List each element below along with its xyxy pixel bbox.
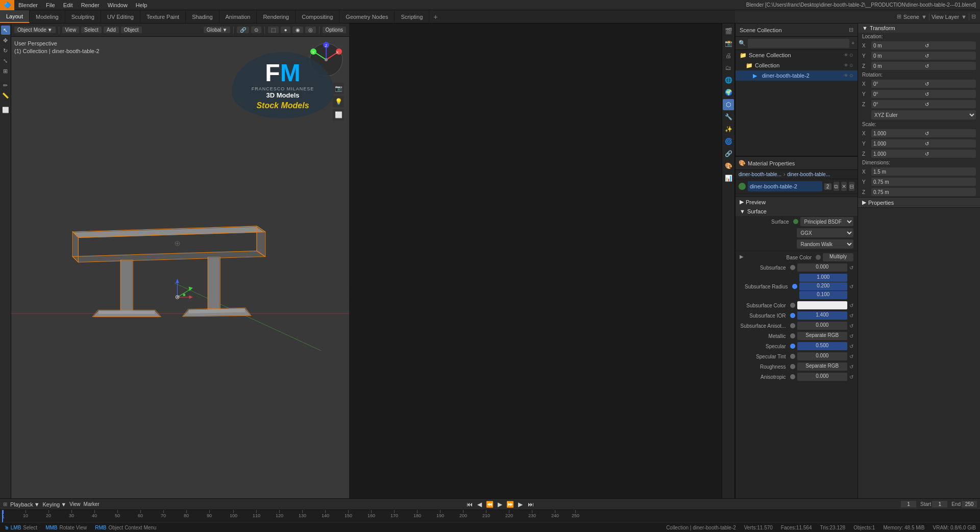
next-keyframe-btn[interactable]: ⏩ bbox=[506, 500, 515, 509]
outliner-new-collection-btn[interactable]: + bbox=[851, 40, 854, 46]
model-select-icon[interactable]: ⊙ bbox=[849, 73, 853, 78]
tab-uv-editing[interactable]: UV Editing bbox=[101, 10, 140, 23]
tab-animation[interactable]: Animation bbox=[219, 10, 257, 23]
rotation-y-reset[interactable]: ↺ bbox=[925, 91, 974, 97]
object-btn[interactable]: Object bbox=[121, 27, 142, 33]
props-scene2-icon[interactable]: 🌐 bbox=[723, 75, 734, 86]
props-output-icon[interactable]: 🖨 bbox=[723, 50, 734, 61]
scale-z-input[interactable]: 1.000 ↺ bbox=[871, 150, 976, 158]
random-walk-select[interactable]: Random Walk bbox=[797, 239, 854, 249]
viewport-3d[interactable]: User Perspective (1) Collection | diner-… bbox=[11, 37, 349, 498]
location-z-reset[interactable]: ↺ bbox=[925, 63, 974, 69]
prev-frame-btn[interactable]: ◀ bbox=[475, 500, 484, 509]
specular-tint-value[interactable]: 0.000 bbox=[797, 352, 848, 360]
specular-value[interactable]: 0.500 bbox=[797, 342, 848, 350]
subsurface-aniso-socket[interactable] bbox=[790, 323, 795, 328]
menu-window[interactable]: Window bbox=[104, 0, 132, 10]
outliner-search-input[interactable] bbox=[748, 39, 849, 48]
props-view-layer-icon[interactable]: 🗂 bbox=[723, 62, 734, 74]
rotation-x-input[interactable]: 0° ↺ bbox=[871, 80, 976, 88]
annotate-tool[interactable]: ✏ bbox=[1, 81, 10, 90]
subsurface-color-reset[interactable]: ↺ bbox=[849, 303, 853, 308]
subsurface-radius-socket[interactable] bbox=[792, 284, 797, 289]
play-btn[interactable]: ▶ bbox=[496, 500, 505, 509]
select-btn[interactable]: Select bbox=[81, 27, 102, 33]
props-material-icon[interactable]: 🎨 bbox=[723, 160, 734, 172]
add-btn[interactable]: Add bbox=[104, 27, 119, 33]
global-btn[interactable]: Global ▼ bbox=[204, 27, 231, 33]
outliner-item-scene-collection[interactable]: 📁 Scene Collection 👁 ⊙ bbox=[736, 50, 857, 60]
subsurface-value[interactable]: 0.000 bbox=[797, 263, 848, 272]
subsurface-aniso-reset[interactable]: ↺ bbox=[849, 323, 853, 329]
specular-tint-reset[interactable]: ↺ bbox=[849, 354, 853, 359]
location-y-input[interactable]: 0 m ↺ bbox=[871, 52, 976, 60]
add-cube-tool[interactable]: ⬜ bbox=[1, 105, 10, 114]
base-color-expand[interactable]: ▶ bbox=[740, 254, 747, 261]
surface-type-select[interactable]: Principled BSDF bbox=[800, 217, 854, 226]
props-world-icon[interactable]: 🌍 bbox=[723, 87, 734, 98]
material-filter-btn[interactable]: ⊟ bbox=[849, 182, 854, 191]
next-frame-btn[interactable]: ▶ bbox=[516, 500, 525, 509]
tab-sculpting[interactable]: Sculpting bbox=[65, 10, 101, 23]
object-mode-btn[interactable]: Object Mode ▼ bbox=[14, 27, 56, 33]
menu-file[interactable]: File bbox=[42, 0, 59, 10]
keying-menu[interactable]: Keying ▼ bbox=[43, 501, 67, 507]
timeline-ruler[interactable]: 1 10 20 30 40 50 60 70 bbox=[0, 510, 980, 522]
view-layer-dropdown-icon[interactable]: ▼ bbox=[961, 14, 967, 20]
props-particles-icon[interactable]: ✨ bbox=[723, 124, 734, 135]
location-x-reset[interactable]: ↺ bbox=[925, 43, 974, 49]
props-modifier-icon[interactable]: 🔧 bbox=[723, 111, 734, 123]
tab-shading[interactable]: Shading bbox=[186, 10, 219, 23]
light-icon[interactable]: 💡 bbox=[333, 96, 344, 107]
menu-edit[interactable]: Edit bbox=[59, 0, 77, 10]
subsurface-aniso-value[interactable]: 0.000 bbox=[797, 322, 848, 330]
marker-menu[interactable]: Marker bbox=[84, 501, 100, 507]
scale-x-input[interactable]: 1.000 ↺ bbox=[871, 129, 976, 137]
tab-texture-paint[interactable]: Texture Paint bbox=[140, 10, 186, 23]
scene-collection-visible-icon[interactable]: 👁 bbox=[844, 53, 848, 58]
scale-z-reset[interactable]: ↺ bbox=[925, 151, 974, 157]
outliner-filter-icon[interactable]: ⊟ bbox=[849, 27, 853, 33]
snap-btn[interactable]: 🔗 bbox=[237, 27, 249, 33]
base-color-dot[interactable] bbox=[816, 255, 821, 260]
rotation-x-reset[interactable]: ↺ bbox=[925, 81, 974, 87]
roughness-value[interactable]: Separate RGB bbox=[797, 362, 848, 371]
subsurface-radius-reset[interactable]: ↺ bbox=[849, 284, 853, 289]
rotation-y-input[interactable]: 0° ↺ bbox=[871, 90, 976, 98]
specular-reset[interactable]: ↺ bbox=[849, 344, 853, 349]
transform-header[interactable]: ▼ Transform bbox=[858, 23, 980, 33]
tab-geometry-nodes[interactable]: Geometry Nodes bbox=[339, 10, 395, 23]
dim-x-input[interactable]: 1.5 m bbox=[871, 167, 976, 176]
dim-y-input[interactable]: 0.75 m bbox=[871, 178, 976, 186]
current-frame-input[interactable] bbox=[901, 501, 916, 507]
specular-tint-socket[interactable] bbox=[790, 354, 795, 359]
prev-keyframe-btn[interactable]: ⏪ bbox=[485, 500, 495, 509]
scale-x-reset[interactable]: ↺ bbox=[925, 131, 974, 136]
add-workspace-tab[interactable]: + bbox=[429, 13, 442, 21]
collection-visible-icon[interactable]: 👁 bbox=[844, 63, 848, 68]
proportional-btn[interactable]: ⊙ bbox=[251, 27, 261, 33]
subsurface-ior-socket[interactable] bbox=[790, 313, 795, 318]
display-icon[interactable]: ⬜ bbox=[333, 109, 344, 120]
shading-render-btn[interactable]: ◎ bbox=[305, 27, 316, 33]
menu-render[interactable]: Render bbox=[77, 0, 104, 10]
metallic-value[interactable]: Separate RGB bbox=[797, 332, 848, 340]
props-physics-icon[interactable]: 🌀 bbox=[723, 136, 734, 147]
scale-y-reset[interactable]: ↺ bbox=[925, 141, 974, 147]
subsurface-radius-r[interactable]: 1.000 bbox=[799, 274, 848, 282]
shading-material-btn[interactable]: ◉ bbox=[292, 27, 303, 33]
metallic-reset[interactable]: ↺ bbox=[849, 333, 853, 339]
measure-tool[interactable]: 📏 bbox=[1, 91, 10, 100]
scene-collection-select-icon[interactable]: ⊙ bbox=[849, 53, 853, 58]
base-color-value[interactable]: Multiply bbox=[823, 253, 853, 261]
subsurface-radius-b[interactable]: 0.100 bbox=[799, 291, 848, 299]
location-z-input[interactable]: 0 m ↺ bbox=[871, 62, 976, 70]
surface-header[interactable]: ▼ Surface bbox=[736, 207, 857, 216]
model-visible-icon[interactable]: 👁 bbox=[844, 73, 848, 78]
scale-y-input[interactable]: 1.000 ↺ bbox=[871, 139, 976, 148]
subsurface-radius-g[interactable]: 0.200 bbox=[799, 282, 848, 291]
subsurface-reset[interactable]: ↺ bbox=[849, 265, 853, 271]
shading-wireframe-btn[interactable]: ⬚ bbox=[268, 27, 279, 33]
anisotropic-reset[interactable]: ↺ bbox=[849, 374, 853, 380]
tab-layout[interactable]: Layout bbox=[0, 10, 30, 23]
